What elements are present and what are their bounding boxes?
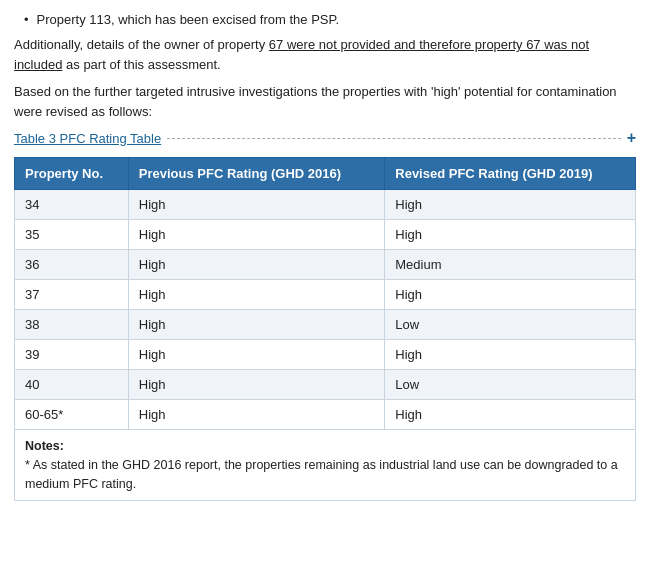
cell-property-no: 60-65*: [15, 400, 129, 430]
bullet-dot: •: [24, 12, 29, 27]
header-revised-rating: Revised PFC Rating (GHD 2019): [385, 158, 636, 190]
cell-previous-rating: High: [128, 220, 385, 250]
cell-previous-rating: High: [128, 190, 385, 220]
cell-property-no: 38: [15, 310, 129, 340]
cell-revised-rating: High: [385, 190, 636, 220]
cell-revised-rating: High: [385, 340, 636, 370]
cell-previous-rating: High: [128, 310, 385, 340]
bullet-item: • Property 113, which has been excised f…: [14, 12, 636, 27]
cell-previous-rating: High: [128, 340, 385, 370]
underlined-text-1: 67 were not provided and therefore prope…: [14, 37, 589, 72]
bullet-text: Property 113, which has been excised fro…: [37, 12, 340, 27]
cell-property-no: 35: [15, 220, 129, 250]
table-row: 38HighLow: [15, 310, 636, 340]
bullet-section: • Property 113, which has been excised f…: [14, 12, 636, 27]
cell-previous-rating: High: [128, 250, 385, 280]
cell-property-no: 34: [15, 190, 129, 220]
cell-property-no: 39: [15, 340, 129, 370]
header-property-no: Property No.: [15, 158, 129, 190]
cell-revised-rating: High: [385, 220, 636, 250]
cell-previous-rating: High: [128, 400, 385, 430]
table-row: 39HighHigh: [15, 340, 636, 370]
cell-revised-rating: High: [385, 400, 636, 430]
paragraph-1: Additionally, details of the owner of pr…: [14, 35, 636, 74]
notes-label: Notes:: [25, 439, 64, 453]
pfc-rating-table: Property No. Previous PFC Rating (GHD 20…: [14, 157, 636, 430]
cell-property-no: 37: [15, 280, 129, 310]
cell-previous-rating: High: [128, 280, 385, 310]
table-row: 34HighHigh: [15, 190, 636, 220]
table-reference-link[interactable]: Table 3 PFC Rating Table: [14, 131, 161, 146]
table-reference-row: Table 3 PFC Rating Table +: [14, 129, 636, 147]
cell-previous-rating: High: [128, 370, 385, 400]
table-header-row: Property No. Previous PFC Rating (GHD 20…: [15, 158, 636, 190]
expand-icon[interactable]: +: [627, 129, 636, 147]
cell-revised-rating: Medium: [385, 250, 636, 280]
notes-text: * As stated in the GHD 2016 report, the …: [25, 458, 618, 491]
table-row: 37HighHigh: [15, 280, 636, 310]
cell-revised-rating: High: [385, 280, 636, 310]
table-row: 60-65*HighHigh: [15, 400, 636, 430]
dashed-separator: [167, 138, 620, 139]
table-row: 40HighLow: [15, 370, 636, 400]
table-row: 36HighMedium: [15, 250, 636, 280]
cell-revised-rating: Low: [385, 370, 636, 400]
paragraph-2: Based on the further targeted intrusive …: [14, 82, 636, 121]
table-row: 35HighHigh: [15, 220, 636, 250]
header-previous-rating: Previous PFC Rating (GHD 2016): [128, 158, 385, 190]
notes-box: Notes: * As stated in the GHD 2016 repor…: [14, 430, 636, 501]
cell-property-no: 40: [15, 370, 129, 400]
cell-property-no: 36: [15, 250, 129, 280]
cell-revised-rating: Low: [385, 310, 636, 340]
